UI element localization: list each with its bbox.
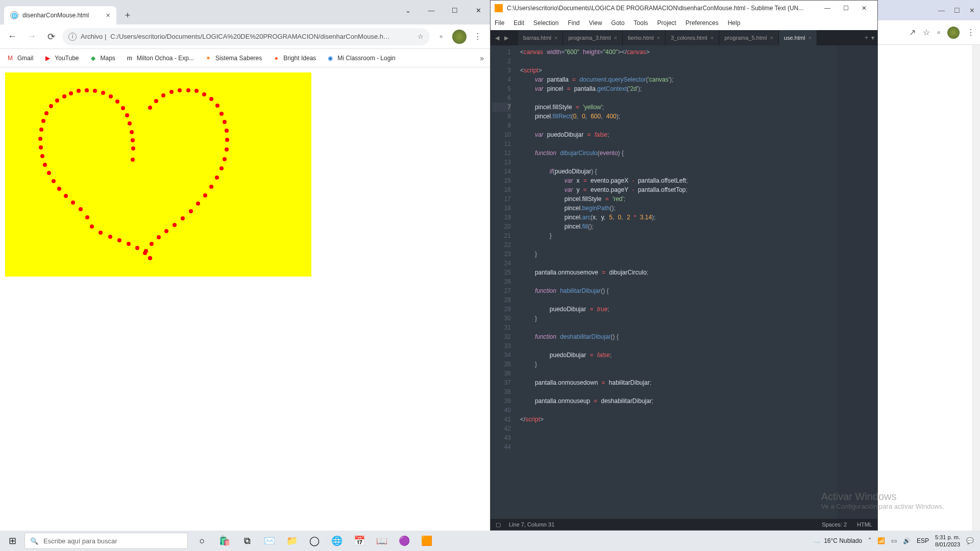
panel-icon[interactable]: ▫ [937,28,940,37]
address-bar[interactable]: i Archivo | C:/Users/escritorio/Document… [62,28,430,45]
taskbar-search[interactable]: 🔍 Escribe aquí para buscar [24,533,188,549]
menu-file[interactable]: File [495,19,504,27]
tab-label: 3_colores.html [671,35,707,41]
site-info-icon[interactable]: i [68,33,77,41]
syntax-status[interactable]: HTML [857,521,872,528]
profile-avatar[interactable] [947,27,960,39]
chrome-tabstrip: 🌐 disenharConMouse.html × + ⌄ — ☐ ✕ [0,0,490,24]
maximize-icon[interactable]: ☐ [443,0,467,20]
menu-view[interactable]: View [589,19,602,27]
tab-next-icon[interactable]: ▶ [502,35,511,41]
minimap[interactable] [837,45,877,519]
menu-project[interactable]: Project [657,19,676,27]
bookmark-item[interactable]: mMilton Ochoa - Exp... [126,54,194,62]
menu-find[interactable]: Find [568,19,579,27]
new-tab-button[interactable]: + [120,8,135,22]
kebab-menu-icon[interactable]: ⋮ [967,28,975,37]
scrollbar[interactable] [972,45,980,531]
taskbar-clock[interactable]: 5:31 p. m. 8/01/2023 [935,534,960,548]
calendar-icon[interactable]: 📅 [348,531,371,551]
bookmark-icon: ✶ [204,54,212,62]
tabs-dropdown-icon[interactable]: ▾ [871,34,874,41]
reload-button[interactable]: ⟳ [43,29,59,45]
menu-selection[interactable]: Selection [533,19,558,27]
close-icon[interactable]: × [614,35,617,41]
bookmark-item[interactable]: ▶YouTube [43,54,79,62]
indentation-status[interactable]: Spaces: 2 [822,521,847,528]
network-icon[interactable]: 📶 [877,537,885,544]
input-language[interactable]: ESP [917,537,929,544]
store-icon[interactable]: 🛍️ [213,531,236,551]
close-icon[interactable]: × [554,35,557,41]
close-icon[interactable]: × [808,35,811,41]
forward-button[interactable]: → [23,29,40,45]
close-icon[interactable]: × [106,11,110,19]
notifications-icon[interactable]: 💬 [966,537,974,544]
start-button[interactable]: ⊞ [0,531,24,551]
close-icon[interactable]: × [770,35,773,41]
new-file-icon[interactable]: + [865,34,868,41]
chevron-up-icon[interactable]: ˄ [868,537,871,544]
bookmark-item[interactable]: ✶Sistema Saberes [204,54,262,62]
editor-tab[interactable]: barras.html× [518,30,563,45]
close-icon[interactable]: ✕ [855,1,873,16]
windows-taskbar: ⊞ 🔍 Escribe aquí para buscar ○ 🛍️ ⧉ ✉️ 📁… [0,531,980,551]
menu-tools[interactable]: Tools [634,19,648,27]
sublime-taskbar-icon[interactable]: 🟧 [415,531,438,551]
explorer-icon[interactable]: 📁 [281,531,303,551]
menu-edit[interactable]: Edit [513,19,524,27]
bookmark-label: Milton Ochoa - Exp... [137,55,194,62]
editor-tab[interactable]: programa_3.html× [563,30,623,45]
battery-icon[interactable]: ▭ [891,537,897,544]
tab-prev-icon[interactable]: ◀ [493,35,502,41]
back-button[interactable]: ← [4,29,20,45]
bookmark-label: YouTube [55,55,79,62]
editor-tab[interactable]: tiemo.html× [623,30,666,45]
share-icon[interactable]: ↗ [909,28,916,37]
bookmark-item[interactable]: ◉Mi Classroom - Login [326,54,395,62]
menu-goto[interactable]: Goto [611,19,625,27]
close-icon[interactable]: × [710,35,714,41]
close-icon[interactable]: × [657,35,660,41]
editor-tab[interactable]: use.html× [779,30,817,45]
menu-help[interactable]: Help [728,19,741,27]
bookmark-item[interactable]: ●Bright Ideas [272,54,316,62]
cortana-icon[interactable]: ○ [191,531,213,551]
star-icon[interactable]: ☆ [923,28,930,37]
minimize-icon[interactable]: — [938,7,945,14]
bookmark-item[interactable]: MGmail [6,54,33,62]
editor-tab[interactable]: 3_colores.html× [666,30,719,45]
code-content[interactable]: <canvas width="600" height="400"></canva… [516,45,837,519]
taskview-icon[interactable]: ⧉ [236,531,258,551]
volume-icon[interactable]: 🔊 [903,537,911,544]
close-icon[interactable]: ✕ [969,7,975,14]
maximize-icon[interactable]: ☐ [837,1,855,16]
statusbar-sidebar-icon[interactable]: ▢ [496,521,501,528]
profile-avatar[interactable] [452,30,467,44]
editor-tab[interactable]: programa_5.html× [719,30,779,45]
close-window-icon[interactable]: ✕ [467,0,490,20]
mail-icon[interactable]: ✉️ [258,531,281,551]
drawing-canvas[interactable] [5,72,311,277]
bookmarks-overflow-icon[interactable]: » [480,54,484,62]
bookmark-label: Bright Ideas [283,55,316,62]
caret-down-icon[interactable]: ⌄ [396,0,420,20]
sublime-editor[interactable]: 1234567891011121314151617181920212223242… [491,45,877,519]
reader-icon[interactable]: 📖 [371,531,393,551]
extensions-icon[interactable]: ▫ [433,29,449,45]
sublime-window: C:\Users\escritorio\Documents\LOGICA DE … [490,0,878,531]
edge-icon[interactable]: 🌐 [326,531,348,551]
kebab-menu-icon[interactable]: ⋮ [470,29,486,45]
chrome-icon[interactable]: ◯ [303,531,326,551]
browser-tab[interactable]: 🌐 disenharConMouse.html × [4,6,116,24]
minimize-icon[interactable]: — [420,0,443,20]
weather-widget[interactable]: ☁️ 16°C Nublado [813,537,862,544]
bookmark-item[interactable]: ◆Maps [89,54,115,62]
bookmark-icon: ◆ [89,54,97,62]
minimize-icon[interactable]: — [818,1,837,16]
chrome-toolbar: ← → ⟳ i Archivo | C:/Users/escritorio/Do… [0,24,490,49]
menu-preferences[interactable]: Preferences [685,19,719,27]
star-icon[interactable]: ☆ [418,33,424,40]
app-icon[interactable]: 🟣 [393,531,415,551]
maximize-icon[interactable]: ☐ [954,7,960,14]
